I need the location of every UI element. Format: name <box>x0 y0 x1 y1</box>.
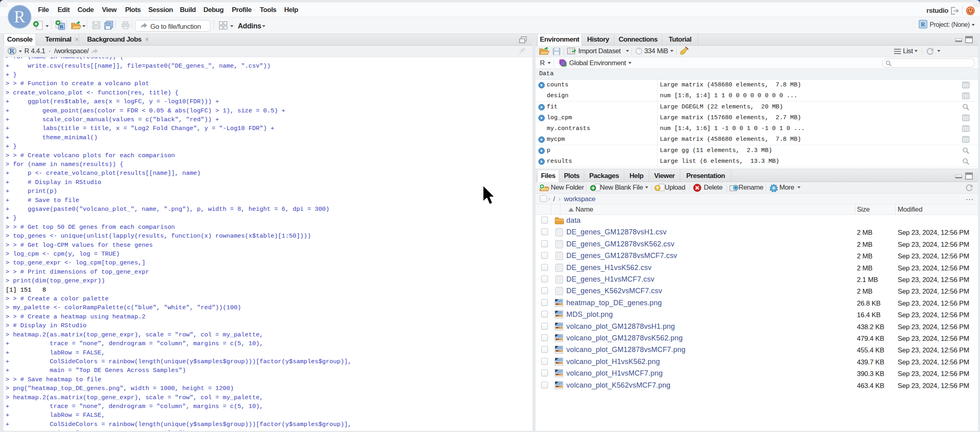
svg-text:R: R <box>10 47 15 55</box>
svg-text:R: R <box>60 24 64 30</box>
svg-text:R: R <box>921 21 925 28</box>
svg-text:R: R <box>14 8 25 26</box>
